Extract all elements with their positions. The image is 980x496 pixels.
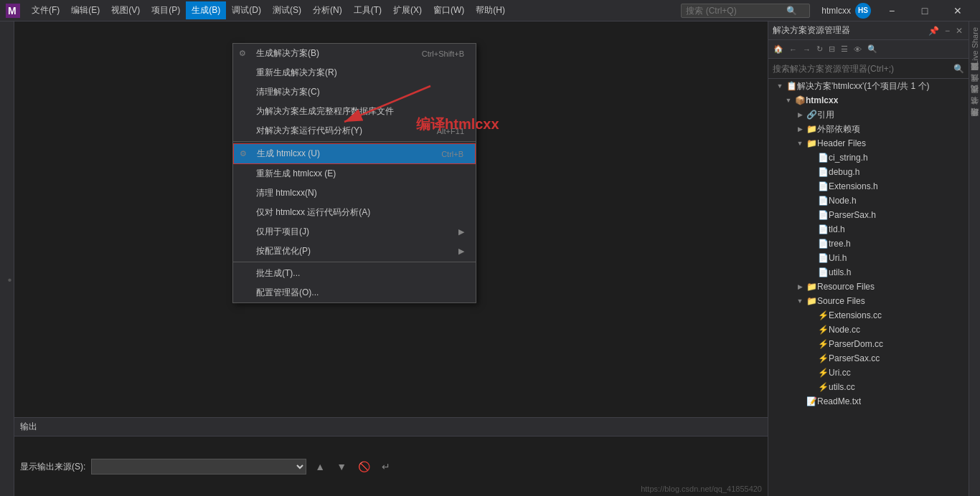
readme-icon: 📝 — [806, 396, 817, 406]
menu-edit[interactable]: 编辑(E) — [65, 1, 105, 19]
menu-clean-project[interactable]: 清理 htmlcxx(N) — [233, 183, 476, 203]
se-pin-btn[interactable]: 📌 — [927, 24, 941, 37]
parsersax-h-icon: 📄 — [817, 210, 829, 220]
utils-h-label: utils.h — [829, 267, 851, 277]
menu-build[interactable]: 生成(B) — [186, 1, 226, 19]
tree-item-solution[interactable]: ▼ 📋 解决方案'htmlcxx'(1个项目/共 1 个) — [768, 79, 969, 93]
ci-string-icon: 📄 — [817, 153, 829, 163]
se-toolbar-back[interactable]: ← — [787, 44, 799, 55]
menu-view[interactable]: 视图(V) — [105, 1, 146, 19]
menu-tools[interactable]: 工具(T) — [348, 1, 387, 19]
parserdom-cc-icon: ⚡ — [817, 339, 829, 349]
menu-project[interactable]: 项目(P) — [146, 1, 186, 19]
menu-only-project[interactable]: 仅用于项目(J) ▶ — [233, 222, 476, 242]
menu-analyze-solution[interactable]: 对解决方案运行代码分析(Y) Alt+F11 — [233, 121, 476, 142]
tree-item-source-files[interactable]: ▼ 📁 Source Files — [768, 294, 969, 308]
tree-item-node-cc[interactable]: ⚡ Node.cc — [768, 323, 969, 337]
tree-h-label: tree.h — [829, 239, 851, 249]
search-input[interactable] — [686, 6, 786, 16]
close-button[interactable]: ✕ — [941, 0, 974, 22]
se-close-btn[interactable]: ✕ — [954, 24, 964, 37]
menu-test[interactable]: 测试(S) — [267, 1, 307, 19]
parserdom-cc-label: ParserDom.cc — [829, 339, 883, 349]
se-toolbar-sync[interactable]: ↻ — [814, 43, 825, 55]
tree-item-utils-h[interactable]: 📄 utils.h — [768, 265, 969, 280]
menu-rebuild-solution[interactable]: 重新生成解决方案(R) — [233, 63, 476, 82]
tree-item-node-h[interactable]: 📄 Node.h — [768, 194, 969, 208]
tree-item-parserdom-cc[interactable]: ⚡ ParserDom.cc — [768, 337, 969, 351]
se-toolbar-props[interactable]: ☰ — [839, 43, 850, 55]
dropdown-overlay[interactable]: ⚙ 生成解决方案(B) Ctrl+Shift+B 重新生成解决方案(R) 清理解… — [14, 43, 768, 496]
menu-pgo[interactable]: 按配置优化(P) ▶ — [233, 242, 476, 262]
rebuild-solution-label: 重新生成解决方案(R) — [256, 67, 337, 79]
window-title: htmlcxx — [821, 6, 851, 16]
minimize-button[interactable]: − — [875, 0, 908, 22]
tree-item-utils-cc[interactable]: ⚡ utils.cc — [768, 380, 969, 394]
menu-extensions[interactable]: 扩展(X) — [387, 1, 428, 19]
tree-item-external-deps[interactable]: ▶ 📁 外部依赖项 — [768, 122, 969, 136]
ext-deps-icon: 📁 — [806, 124, 817, 134]
tab-call-hierarchy[interactable]: 调用层次结构 — [968, 117, 980, 128]
tree-item-extensions-cc[interactable]: ⚡ Extensions.cc — [768, 308, 969, 323]
menu-build-solution[interactable]: ⚙ 生成解决方案(B) Ctrl+Shift+B — [233, 44, 476, 63]
extensions-h-label: Extensions.h — [829, 181, 878, 191]
build-project-icon: ⚙ — [240, 149, 247, 158]
tree-item-tree-h[interactable]: 📄 tree.h — [768, 237, 969, 251]
tree-item-resource-files[interactable]: ▶ 📁 Resource Files — [768, 280, 969, 294]
menu-generate-pdb[interactable]: 为解决方案生成完整程序数据库文件 — [233, 102, 476, 121]
tree-item-debug-h[interactable]: 📄 debug.h — [768, 165, 969, 179]
se-search-icon: 🔍 — [953, 64, 964, 74]
menu-rebuild-project[interactable]: 重新生成 htmlcxx (E) — [233, 164, 476, 183]
build-solution-label: 生成解决方案(B) — [256, 47, 319, 59]
menu-help[interactable]: 帮助(H) — [470, 1, 511, 19]
search-box[interactable]: 🔍 — [681, 4, 810, 18]
se-toolbar-home[interactable]: 🏠 — [771, 43, 786, 55]
se-search-bar[interactable]: 🔍 — [768, 59, 969, 79]
maximize-button[interactable]: □ — [908, 0, 941, 22]
build-dropdown-menu: ⚙ 生成解决方案(B) Ctrl+Shift+B 重新生成解决方案(R) 清理解… — [232, 43, 476, 303]
menu-analyze[interactable]: 分析(N) — [307, 1, 348, 19]
tree-item-ci-string-h[interactable]: 📄 ci_string.h — [768, 151, 969, 165]
tree-item-readme[interactable]: 📝 ReadMe.txt — [768, 394, 969, 409]
utils-cc-label: utils.cc — [829, 382, 855, 392]
resource-files-label: Resource Files — [817, 282, 875, 292]
se-search-input[interactable] — [773, 64, 953, 74]
tree-item-extensions-h[interactable]: 📄 Extensions.h — [768, 179, 969, 194]
tab-live-share[interactable]: Live Share — [969, 22, 981, 71]
menu-batch-build[interactable]: 批生成(T)... — [233, 264, 476, 283]
tree-item-parsersax-h[interactable]: 📄 ParserSax.h — [768, 208, 969, 222]
se-header: 解决方案资源管理器 📌 − ✕ — [768, 22, 969, 40]
header-files-icon: 📁 — [806, 138, 817, 148]
utils-cc-icon: ⚡ — [817, 382, 829, 392]
build-solution-shortcut: Ctrl+Shift+B — [422, 49, 464, 58]
se-toolbar-showall[interactable]: 👁 — [852, 44, 864, 55]
se-toolbar-search[interactable]: 🔍 — [865, 43, 880, 55]
menu-clean-solution[interactable]: 清理解决方案(C) — [233, 82, 476, 102]
tab-class-view[interactable]: 类视图 — [968, 94, 980, 105]
tree-item-tld-h[interactable]: 📄 tld.h — [768, 222, 969, 237]
tree-item-references[interactable]: ▶ 🔗 引用 — [768, 108, 969, 122]
tab-properties[interactable]: 属性 — [968, 82, 980, 94]
expand-source-files: ▼ — [794, 297, 806, 305]
menu-window[interactable]: 窗口(W) — [428, 1, 470, 19]
tab-bookmarks[interactable]: 书签 — [968, 105, 980, 117]
menu-file[interactable]: 文件(F) — [26, 1, 65, 19]
tab-team-explorer[interactable]: 团队资源管理器 — [968, 71, 980, 82]
tree-item-uri-h[interactable]: 📄 Uri.h — [768, 251, 969, 265]
menu-debug[interactable]: 调试(D) — [226, 1, 267, 19]
se-toolbar-collapse[interactable]: ⊟ — [826, 43, 837, 55]
se-toolbar-forward[interactable]: → — [801, 44, 813, 55]
menu-config-manager[interactable]: 配置管理器(O)... — [233, 283, 476, 302]
menu-build-project[interactable]: ⚙ 生成 htmlcxx (U) Ctrl+B — [233, 143, 476, 164]
analyze-solution-shortcut: Alt+F11 — [437, 127, 464, 135]
tree-item-header-files[interactable]: ▼ 📁 Header Files — [768, 136, 969, 151]
tree-item-project[interactable]: ▼ 📦 htmlcxx — [768, 93, 969, 108]
tree-item-parsersax-cc[interactable]: ⚡ ParserSax.cc — [768, 351, 969, 366]
tree-item-uri-cc[interactable]: ⚡ Uri.cc — [768, 366, 969, 380]
se-minimize-btn[interactable]: − — [943, 24, 951, 37]
solution-explorer: 解决方案资源管理器 📌 − ✕ 🏠 ← → ↻ ⊟ ☰ 👁 🔍 🔍 ▼ 📋 解决 — [768, 22, 969, 496]
menu-analyze-project[interactable]: 仅对 htmlcxx 运行代码分析(A) — [233, 203, 476, 222]
tld-h-icon: 📄 — [817, 224, 829, 234]
debug-icon: 📄 — [817, 167, 829, 177]
user-avatar[interactable]: HS — [855, 3, 871, 19]
